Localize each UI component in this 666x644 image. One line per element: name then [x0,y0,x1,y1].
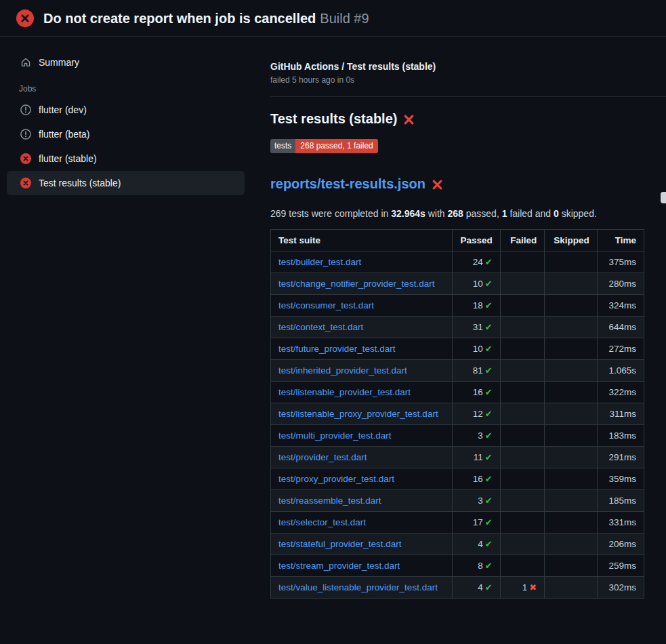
suite-link[interactable]: test/context_test.dart [278,322,363,332]
table-row: test/future_provider_test.dart10✔272ms [271,338,644,360]
skipped-cell [545,512,598,534]
scrollbar-thumb[interactable] [661,192,666,203]
section-heading-text: Test results (stable) [270,111,397,127]
tests-status-badge: tests 268 passed, 1 failed [270,139,378,153]
suite-cell: test/stream_provider_test.dart [271,555,453,577]
check-icon: ✔ [485,496,493,506]
x-icon [403,114,415,125]
passed-cell: 31✔ [453,317,500,338]
suite-cell: test/inherited_provider_test.dart [271,360,453,382]
check-icon: ✔ [485,322,493,332]
table-row: test/provider_test.dart11✔291ms [271,447,644,468]
check-icon: ✔ [485,409,493,419]
time-cell: 1.065s [597,360,644,382]
time-cell: 272ms [597,338,644,360]
check-icon: ✔ [485,561,493,571]
x-circle-fill-icon [20,178,31,188]
check-icon: ✔ [485,365,493,376]
sidebar-job-item[interactable]: flutter (stable) [7,146,245,171]
failed-cell [500,338,544,360]
suite-link[interactable]: test/change_notifier_provider_test.dart [278,279,434,289]
report-heading: reports/test-results.json [270,176,666,192]
main-content: GitHub Actions / Test results (stable) f… [254,37,666,599]
passed-cell: 24✔ [453,251,500,273]
skipped-cell [545,490,598,512]
suite-link[interactable]: test/future_provider_test.dart [278,344,396,354]
passed-cell: 8✔ [453,555,500,577]
passed-cell: 3✔ [453,425,500,447]
skipped-cell [545,360,598,382]
report-file-link[interactable]: reports/test-results.json [270,176,425,192]
table-row: test/inherited_provider_test.dart81✔1.06… [271,360,644,382]
time-cell: 280ms [597,273,644,295]
suite-link[interactable]: test/consumer_test.dart [278,300,374,310]
skipped-cell [545,317,598,338]
time-cell: 375ms [597,251,644,273]
time-cell: 331ms [597,512,644,534]
passed-cell: 16✔ [453,468,500,490]
badge-value: 268 passed, 1 failed [295,139,377,153]
time-cell: 291ms [597,447,644,468]
table-row: test/listenable_provider_test.dart16✔322… [271,382,644,403]
check-icon: ✔ [485,539,493,549]
suite-link[interactable]: test/proxy_provider_test.dart [278,474,394,484]
failed-cell [500,512,544,534]
passed-cell: 10✔ [453,338,500,360]
badge-label: tests [270,139,295,153]
suite-link[interactable]: test/stateful_provider_test.dart [278,539,402,549]
failed-cell [500,534,544,555]
suite-cell: test/listenable_provider_test.dart [271,382,453,403]
job-label: Test results (stable) [39,178,121,188]
sidebar-job-item[interactable]: Test results (stable) [7,171,245,195]
results-table-body: test/builder_test.dart24✔375mstest/chang… [271,251,644,599]
suite-link[interactable]: test/listenable_provider_test.dart [278,387,411,397]
suite-cell: test/multi_provider_test.dart [271,425,453,447]
section-heading: Test results (stable) [270,111,666,127]
suite-link[interactable]: test/inherited_provider_test.dart [278,365,407,376]
passed-cell: 11✔ [453,447,500,468]
passed-cell: 4✔ [453,577,500,599]
check-icon: ✔ [485,452,493,462]
suite-cell: test/builder_test.dart [271,251,453,273]
column-header: Passed [453,230,500,251]
suite-link[interactable]: test/reassemble_test.dart [278,496,381,506]
failed-cell [500,555,544,577]
failed-cell [500,360,544,382]
passed-cell: 81✔ [453,360,500,382]
suite-link[interactable]: test/listenable_proxy_provider_test.dart [278,409,438,419]
table-row: test/builder_test.dart24✔375ms [271,251,644,273]
duration-value: 32.964s [391,208,425,219]
test-results-table: Test suitePassedFailedSkippedTime test/b… [270,229,644,599]
column-header: Test suite [271,230,453,251]
time-cell: 644ms [597,317,644,338]
table-row: test/consumer_test.dart18✔324ms [271,295,644,317]
suite-cell: test/selector_test.dart [271,512,453,534]
suite-link[interactable]: test/multi_provider_test.dart [278,430,392,441]
sidebar-job-item[interactable]: flutter (beta) [7,122,245,146]
failed-cell [500,273,544,295]
suite-link[interactable]: test/value_listenable_provider_test.dart [278,582,438,592]
sidebar-jobs: flutter (dev)flutter (beta)flutter (stab… [7,98,245,195]
check-icon: ✔ [485,387,493,397]
suite-link[interactable]: test/provider_test.dart [278,452,367,462]
suite-link[interactable]: test/builder_test.dart [278,257,361,267]
check-icon: ✔ [485,474,493,484]
passed-cell: 18✔ [453,295,500,317]
skipped-cell [545,382,598,403]
skipped-cell [545,425,598,447]
home-icon [20,57,31,68]
suite-cell: test/context_test.dart [271,317,453,338]
job-label: flutter (dev) [39,104,87,115]
passed-cell: 17✔ [453,512,500,534]
skipped-cell [545,295,598,317]
suite-link[interactable]: test/stream_provider_test.dart [278,561,400,571]
table-row: test/value_listenable_provider_test.dart… [271,577,644,599]
sidebar-item-summary[interactable]: Summary [7,52,245,73]
time-cell: 322ms [597,382,644,403]
suite-cell: test/stateful_provider_test.dart [271,534,453,555]
x-icon [432,179,443,190]
suite-link[interactable]: test/selector_test.dart [278,517,366,527]
check-icon: ✔ [485,257,493,267]
sidebar-job-item[interactable]: flutter (dev) [7,98,245,122]
passed-cell: 4✔ [453,534,500,555]
